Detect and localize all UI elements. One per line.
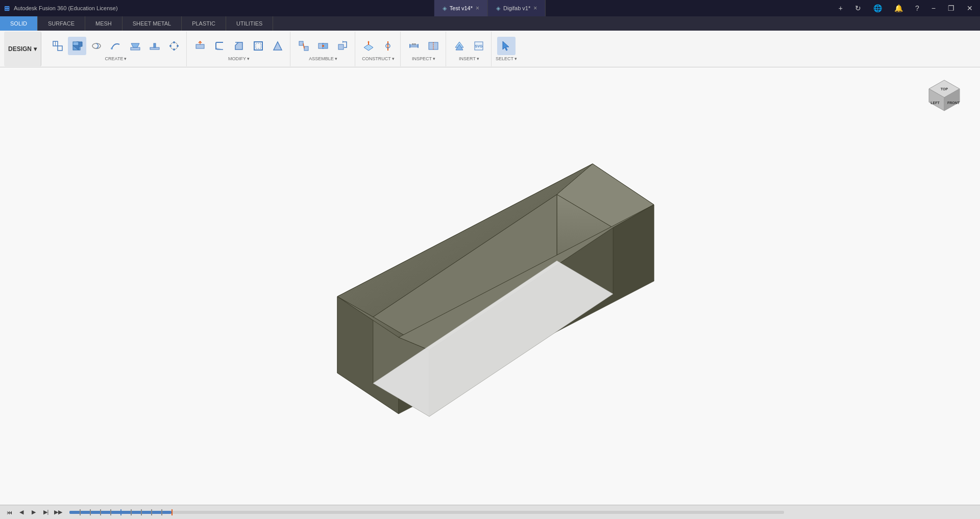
- svg-rect-74: [161, 509, 162, 515]
- modify-icons: [191, 37, 287, 55]
- extrude-button[interactable]: [68, 37, 86, 55]
- viewport[interactable]: TOP LEFT FRONT: [0, 67, 980, 505]
- tab-plastic[interactable]: PLASTIC: [182, 16, 226, 31]
- shell-button[interactable]: [249, 37, 267, 55]
- svg-rect-17: [196, 44, 204, 48]
- svg-point-27: [322, 45, 324, 47]
- chamfer-button[interactable]: [230, 37, 248, 55]
- svg-rect-66: [80, 509, 81, 515]
- title-bar-left: ⊞ Autodesk Fusion 360 (Education License…: [4, 5, 118, 12]
- svg-rect-70: [120, 509, 121, 515]
- goto-end-button[interactable]: ▶▶: [53, 507, 63, 517]
- move-copy-button[interactable]: [333, 37, 352, 55]
- svg-rect-38: [429, 42, 438, 50]
- step-back-button[interactable]: ◀: [16, 507, 27, 517]
- svg-point-12: [170, 42, 178, 50]
- inspect-arrow-icon: ▾: [433, 56, 435, 61]
- refresh-button[interactable]: ↻: [852, 3, 864, 13]
- play-button[interactable]: ▶: [29, 507, 39, 517]
- svg-rect-71: [131, 509, 132, 515]
- tab-mesh[interactable]: MESH: [85, 16, 122, 31]
- measure-button[interactable]: mm: [405, 37, 423, 55]
- insert-label: INSERT ▾: [459, 56, 479, 61]
- select-arrow-icon: ▾: [514, 56, 517, 61]
- press-pull-button[interactable]: [191, 37, 209, 55]
- svg-point-7: [111, 47, 113, 50]
- tab-sheet-metal[interactable]: SHEET METAL: [122, 16, 182, 31]
- svg-marker-31: [368, 41, 370, 42]
- svg-rect-23: [304, 46, 308, 51]
- loft-button[interactable]: [126, 37, 144, 55]
- svg-rect-67: [90, 509, 91, 515]
- tab-test-label: Test v14*: [450, 5, 473, 11]
- step-forward-button[interactable]: ▶|: [41, 507, 51, 517]
- joint-button[interactable]: [295, 37, 313, 55]
- create-section: CREATE ▾: [45, 32, 187, 66]
- view-cube[interactable]: TOP LEFT FRONT: [924, 78, 965, 118]
- insert-icons: SVG: [450, 37, 488, 55]
- svg-marker-9: [131, 43, 139, 47]
- tab-digifab[interactable]: ◈ Digifab v1* ×: [488, 0, 546, 16]
- draft-button[interactable]: [268, 37, 287, 55]
- goto-start-button[interactable]: ⏮: [4, 507, 14, 517]
- construct-arrow-icon: ▾: [392, 56, 395, 61]
- svg-rect-10: [150, 47, 159, 50]
- svg-text:TOP: TOP: [941, 87, 948, 91]
- as-built-joint-button[interactable]: [314, 37, 332, 55]
- tab-test-v14[interactable]: ◈ Test v14* ×: [434, 0, 488, 16]
- construct-section: CONSTRUCT ▾: [356, 32, 401, 66]
- design-dropdown[interactable]: DESIGN ▾: [4, 32, 41, 66]
- help-button[interactable]: ?: [912, 3, 922, 13]
- svg-rect-22: [299, 41, 303, 45]
- tab-surface[interactable]: SURFACE: [38, 16, 85, 31]
- svg-point-6: [92, 43, 101, 48]
- insert-svg-button[interactable]: SVG: [470, 37, 488, 55]
- select-section: SELECT ▾: [493, 32, 520, 66]
- design-chevron-icon: ▾: [34, 45, 37, 53]
- restore-button[interactable]: ❐: [945, 3, 958, 13]
- svg-line-24: [303, 43, 304, 48]
- tab-utilities[interactable]: UTILITIES: [226, 16, 273, 31]
- close-button[interactable]: ✕: [964, 3, 976, 13]
- bottom-bar: ⏮ ◀ ▶ ▶| ▶▶: [0, 505, 980, 519]
- construct-axis-button[interactable]: [379, 37, 397, 55]
- new-component-button[interactable]: [48, 37, 67, 55]
- tab-digifab-icon: ◈: [496, 5, 500, 12]
- inspect-section: mm INSPECT ▾: [402, 32, 446, 66]
- svg-text:LEFT: LEFT: [930, 101, 940, 105]
- tab-close-icon[interactable]: ×: [476, 5, 479, 12]
- construct-icons: [359, 37, 397, 55]
- tab-row: SOLID SURFACE MESH SHEET METAL PLASTIC U…: [0, 16, 980, 31]
- globe-button[interactable]: 🌐: [870, 3, 885, 13]
- modify-section: MODIFY ▾: [188, 32, 290, 66]
- select-button[interactable]: [497, 37, 516, 55]
- select-icons: [497, 37, 516, 55]
- bell-button[interactable]: 🔔: [891, 3, 906, 13]
- tab-digifab-close-icon[interactable]: ×: [533, 5, 537, 12]
- svg-marker-21: [274, 42, 282, 50]
- revolve-button[interactable]: [87, 37, 106, 55]
- svg-marker-44: [503, 41, 509, 51]
- insert-mesh-button[interactable]: [450, 37, 469, 55]
- svg-text:SVG: SVG: [475, 44, 483, 48]
- svg-rect-73: [151, 509, 152, 515]
- assemble-icons: [295, 37, 352, 55]
- canvas-area: [0, 67, 980, 505]
- new-tab-button[interactable]: +: [836, 3, 846, 13]
- pattern-button[interactable]: [165, 37, 183, 55]
- svg-point-16: [173, 48, 175, 51]
- assemble-label: ASSEMBLE ▾: [309, 56, 337, 61]
- tab-solid[interactable]: SOLID: [0, 16, 38, 31]
- modify-label: MODIFY ▾: [228, 56, 250, 61]
- rib-button[interactable]: [145, 37, 164, 55]
- minimize-button[interactable]: −: [928, 3, 939, 13]
- create-icons: [48, 37, 183, 55]
- section-analysis-button[interactable]: [424, 37, 443, 55]
- create-label: CREATE ▾: [105, 56, 127, 61]
- fillet-button[interactable]: [210, 37, 229, 55]
- tab-digifab-label: Digifab v1*: [503, 5, 530, 11]
- sweep-button[interactable]: [107, 37, 125, 55]
- construct-plane-button[interactable]: [359, 37, 378, 55]
- title-bar-center: ◈ Test v14* × ◈ Digifab v1* ×: [434, 0, 546, 16]
- timeline-svg: [69, 507, 784, 518]
